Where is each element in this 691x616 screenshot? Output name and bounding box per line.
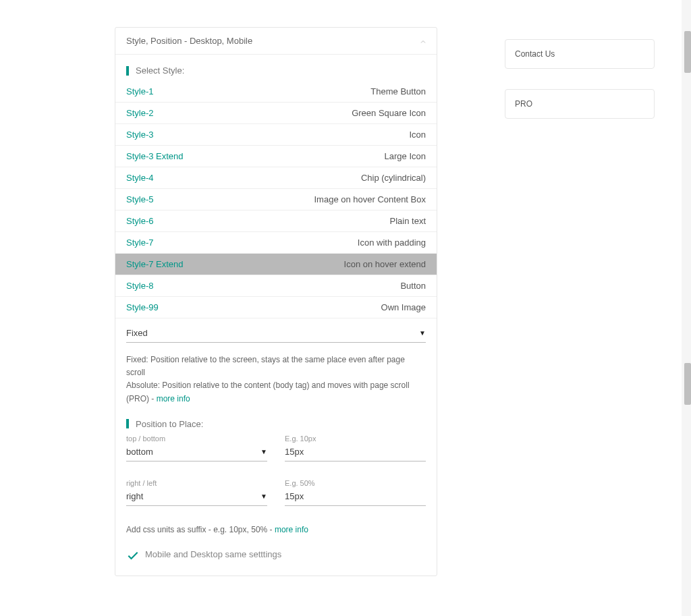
- style-desc: Icon on hover extend: [344, 259, 426, 269]
- style-option[interactable]: Style-7Icon with padding: [115, 232, 437, 254]
- caret-down-icon: ▼: [260, 493, 267, 500]
- style-option[interactable]: Style-6Plain text: [115, 211, 437, 232]
- style-desc: Theme Button: [370, 86, 426, 96]
- style-name: Style-1: [126, 86, 153, 96]
- pro-card[interactable]: PRO: [505, 89, 655, 119]
- style-name: Style-8: [126, 281, 153, 291]
- right-left-offset-hint: E.g. 50%: [285, 479, 426, 487]
- style-name: Style-6: [126, 216, 153, 226]
- style-desc: Large Icon: [385, 151, 426, 161]
- sidebar: Contact Us PRO: [505, 39, 655, 139]
- style-desc: Green Square Icon: [352, 108, 426, 118]
- check-icon: [126, 549, 138, 561]
- style-name: Style-3: [126, 130, 153, 140]
- style-option[interactable]: Style-4Chip (cylindrical): [115, 167, 437, 189]
- right-left-offset-input[interactable]: 15px: [285, 488, 426, 506]
- select-style-heading: Select Style:: [115, 55, 437, 81]
- right-left-value: right: [126, 491, 143, 501]
- right-left-label: right / left: [126, 479, 267, 487]
- style-name: Style-7 Extend: [126, 259, 184, 269]
- style-name: Style-2: [126, 108, 153, 118]
- position-help-text: Fixed: Position relative to the screen, …: [115, 347, 437, 408]
- heading-label: Select Style:: [136, 65, 184, 76]
- position-type-block: Fixed ▼: [115, 318, 437, 347]
- style-option[interactable]: Style-2Green Square Icon: [115, 103, 437, 124]
- position-row-2: right / left right ▼ E.g. 50% 15px: [115, 479, 437, 511]
- style-option[interactable]: Style-1Theme Button: [115, 81, 437, 103]
- more-info-link[interactable]: more info: [275, 525, 308, 534]
- style-desc: Plain text: [390, 216, 426, 226]
- style-option[interactable]: Style-8Button: [115, 275, 437, 297]
- panel-title: Style, Position - Desktop, Mobile: [126, 36, 252, 46]
- right-left-select[interactable]: right ▼: [126, 488, 267, 506]
- css-units-help: Add css units as suffix - e.g. 10px, 50%…: [115, 511, 437, 539]
- heading-label: Position to Place:: [136, 419, 203, 429]
- help-fixed: Fixed: Position relative to the screen, …: [126, 354, 426, 379]
- top-bottom-offset-input[interactable]: 15px: [285, 444, 426, 461]
- position-type-value: Fixed: [126, 328, 148, 338]
- top-bottom-offset-value: 15px: [285, 447, 304, 457]
- style-list: Style-1Theme ButtonStyle-2Green Square I…: [115, 81, 437, 318]
- heading-bar-icon: [126, 419, 129, 428]
- style-desc: Chip (cylindrical): [361, 173, 426, 183]
- more-info-link[interactable]: more info: [157, 394, 190, 403]
- help-absolute-row: Absolute: Position relative to the conte…: [126, 379, 426, 405]
- style-name: Style-5: [126, 194, 153, 204]
- contact-us-card[interactable]: Contact Us: [505, 39, 655, 69]
- top-bottom-value: bottom: [126, 447, 153, 457]
- mobile-same-label: Mobile and Desktop same setttings: [145, 549, 281, 559]
- chevron-up-icon: [419, 38, 426, 45]
- style-desc: Image on hover Content Box: [314, 194, 426, 204]
- scrollbar-track: [682, 0, 691, 616]
- style-position-panel: Style, Position - Desktop, Mobile Select…: [115, 27, 437, 576]
- style-name: Style-3 Extend: [126, 151, 184, 161]
- style-desc: Button: [400, 281, 426, 291]
- style-name: Style-99: [126, 302, 159, 312]
- position-place-heading: Position to Place:: [115, 408, 437, 435]
- top-bottom-offset-hint: E.g. 10px: [285, 435, 426, 443]
- position-row-1: top / bottom bottom ▼ E.g. 10px 15px: [115, 435, 437, 467]
- caret-down-icon: ▼: [419, 329, 426, 337]
- caret-down-icon: ▼: [260, 448, 267, 455]
- position-type-select[interactable]: Fixed ▼: [126, 325, 426, 343]
- heading-bar-icon: [126, 66, 129, 76]
- scrollbar-thumb[interactable]: [684, 31, 691, 73]
- style-desc: Icon: [409, 130, 426, 140]
- mobile-same-settings[interactable]: Mobile and Desktop same setttings: [115, 539, 437, 576]
- style-name: Style-4: [126, 173, 153, 183]
- scrollbar-thumb[interactable]: [684, 363, 691, 405]
- top-bottom-label: top / bottom: [126, 435, 267, 443]
- style-option[interactable]: Style-5Image on hover Content Box: [115, 189, 437, 211]
- style-name: Style-7: [126, 237, 153, 248]
- style-option[interactable]: Style-7 ExtendIcon on hover extend: [115, 254, 437, 275]
- style-option[interactable]: Style-99Own Image: [115, 297, 437, 318]
- top-bottom-select[interactable]: bottom ▼: [126, 444, 267, 461]
- panel-header[interactable]: Style, Position - Desktop, Mobile: [115, 28, 437, 55]
- style-desc: Own Image: [381, 302, 426, 312]
- css-units-text: Add css units as suffix - e.g. 10px, 50%…: [126, 525, 275, 534]
- style-option[interactable]: Style-3Icon: [115, 124, 437, 146]
- style-option[interactable]: Style-3 ExtendLarge Icon: [115, 146, 437, 167]
- style-desc: Icon with padding: [358, 237, 426, 248]
- right-left-offset-value: 15px: [285, 491, 304, 501]
